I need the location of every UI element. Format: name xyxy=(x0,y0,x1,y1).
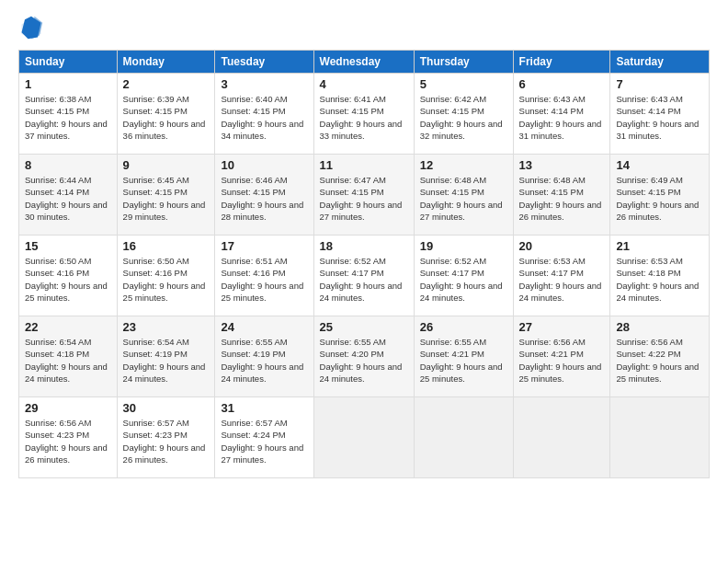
calendar-day-cell xyxy=(513,397,610,478)
calendar-day-cell: 17 Sunrise: 6:51 AMSunset: 4:16 PMDaylig… xyxy=(215,236,313,316)
day-detail: Sunrise: 6:41 AMSunset: 4:15 PMDaylight:… xyxy=(320,94,403,141)
day-detail: Sunrise: 6:39 AMSunset: 4:15 PMDaylight:… xyxy=(123,94,206,141)
calendar-header-friday: Friday xyxy=(513,51,610,74)
calendar-header-thursday: Thursday xyxy=(414,51,513,74)
day-number: 3 xyxy=(221,77,307,91)
calendar-day-cell: 26 Sunrise: 6:55 AMSunset: 4:21 PMDaylig… xyxy=(414,316,513,397)
calendar-week-row: 15 Sunrise: 6:50 AMSunset: 4:16 PMDaylig… xyxy=(19,236,710,316)
calendar-day-cell: 2 Sunrise: 6:39 AMSunset: 4:15 PMDayligh… xyxy=(117,74,215,155)
day-detail: Sunrise: 6:38 AMSunset: 4:15 PMDaylight:… xyxy=(25,94,108,141)
calendar-header-monday: Monday xyxy=(117,51,215,74)
day-number: 11 xyxy=(320,158,408,172)
day-detail: Sunrise: 6:53 AMSunset: 4:18 PMDaylight:… xyxy=(616,256,699,303)
day-number: 21 xyxy=(616,239,703,253)
day-detail: Sunrise: 6:56 AMSunset: 4:22 PMDaylight:… xyxy=(616,337,699,384)
day-number: 18 xyxy=(320,239,408,253)
day-number: 22 xyxy=(25,320,111,334)
logo-icon xyxy=(18,15,44,40)
calendar-day-cell: 12 Sunrise: 6:48 AMSunset: 4:15 PMDaylig… xyxy=(414,155,513,236)
day-number: 15 xyxy=(25,239,111,253)
day-number: 4 xyxy=(320,77,408,91)
calendar-day-cell: 16 Sunrise: 6:50 AMSunset: 4:16 PMDaylig… xyxy=(117,236,215,316)
day-detail: Sunrise: 6:40 AMSunset: 4:15 PMDaylight:… xyxy=(221,94,303,141)
calendar-day-cell: 6 Sunrise: 6:43 AMSunset: 4:14 PMDayligh… xyxy=(513,74,610,155)
day-detail: Sunrise: 6:57 AMSunset: 4:24 PMDaylight:… xyxy=(221,418,303,465)
calendar-day-cell: 7 Sunrise: 6:43 AMSunset: 4:14 PMDayligh… xyxy=(610,74,710,155)
day-number: 24 xyxy=(221,320,307,334)
day-detail: Sunrise: 6:48 AMSunset: 4:15 PMDaylight:… xyxy=(519,175,602,222)
calendar-week-row: 8 Sunrise: 6:44 AMSunset: 4:14 PMDayligh… xyxy=(19,155,710,236)
calendar-day-cell: 30 Sunrise: 6:57 AMSunset: 4:23 PMDaylig… xyxy=(117,397,215,478)
calendar-week-row: 1 Sunrise: 6:38 AMSunset: 4:15 PMDayligh… xyxy=(19,74,710,155)
day-detail: Sunrise: 6:43 AMSunset: 4:14 PMDaylight:… xyxy=(616,94,699,141)
day-detail: Sunrise: 6:46 AMSunset: 4:15 PMDaylight:… xyxy=(221,175,303,222)
calendar-day-cell: 8 Sunrise: 6:44 AMSunset: 4:14 PMDayligh… xyxy=(19,155,118,236)
calendar-week-row: 29 Sunrise: 6:56 AMSunset: 4:23 PMDaylig… xyxy=(19,397,710,478)
calendar-day-cell: 21 Sunrise: 6:53 AMSunset: 4:18 PMDaylig… xyxy=(610,236,710,316)
day-detail: Sunrise: 6:48 AMSunset: 4:15 PMDaylight:… xyxy=(420,175,503,222)
day-number: 27 xyxy=(519,320,605,334)
day-detail: Sunrise: 6:44 AMSunset: 4:14 PMDaylight:… xyxy=(25,175,108,222)
day-number: 30 xyxy=(123,401,210,415)
calendar-day-cell: 15 Sunrise: 6:50 AMSunset: 4:16 PMDaylig… xyxy=(19,236,118,316)
calendar-day-cell: 27 Sunrise: 6:56 AMSunset: 4:21 PMDaylig… xyxy=(513,316,610,397)
day-detail: Sunrise: 6:56 AMSunset: 4:23 PMDaylight:… xyxy=(25,418,108,465)
calendar-day-cell: 20 Sunrise: 6:53 AMSunset: 4:17 PMDaylig… xyxy=(513,236,610,316)
calendar-day-cell xyxy=(313,397,414,478)
day-number: 16 xyxy=(123,239,210,253)
calendar-day-cell: 3 Sunrise: 6:40 AMSunset: 4:15 PMDayligh… xyxy=(215,74,313,155)
day-detail: Sunrise: 6:56 AMSunset: 4:21 PMDaylight:… xyxy=(519,337,602,384)
calendar-day-cell xyxy=(414,397,513,478)
day-detail: Sunrise: 6:50 AMSunset: 4:16 PMDaylight:… xyxy=(25,256,108,303)
day-number: 8 xyxy=(25,158,111,172)
day-detail: Sunrise: 6:55 AMSunset: 4:20 PMDaylight:… xyxy=(320,337,403,384)
main-container: SundayMondayTuesdayWednesdayThursdayFrid… xyxy=(0,0,728,563)
day-detail: Sunrise: 6:43 AMSunset: 4:14 PMDaylight:… xyxy=(519,94,602,141)
day-number: 29 xyxy=(25,401,111,415)
day-number: 2 xyxy=(123,77,210,91)
day-detail: Sunrise: 6:45 AMSunset: 4:15 PMDaylight:… xyxy=(123,175,206,222)
day-number: 23 xyxy=(123,320,210,334)
day-detail: Sunrise: 6:53 AMSunset: 4:17 PMDaylight:… xyxy=(519,256,602,303)
day-detail: Sunrise: 6:42 AMSunset: 4:15 PMDaylight:… xyxy=(420,94,503,141)
day-number: 26 xyxy=(420,320,507,334)
calendar-day-cell: 4 Sunrise: 6:41 AMSunset: 4:15 PMDayligh… xyxy=(313,74,414,155)
day-number: 13 xyxy=(519,158,605,172)
day-number: 6 xyxy=(519,77,605,91)
calendar-table: SundayMondayTuesdayWednesdayThursdayFrid… xyxy=(18,50,710,478)
calendar-header-row: SundayMondayTuesdayWednesdayThursdayFrid… xyxy=(19,51,710,74)
calendar-day-cell: 13 Sunrise: 6:48 AMSunset: 4:15 PMDaylig… xyxy=(513,155,610,236)
calendar-day-cell: 18 Sunrise: 6:52 AMSunset: 4:17 PMDaylig… xyxy=(313,236,414,316)
day-detail: Sunrise: 6:54 AMSunset: 4:19 PMDaylight:… xyxy=(123,337,206,384)
day-number: 31 xyxy=(221,401,307,415)
calendar-day-cell: 29 Sunrise: 6:56 AMSunset: 4:23 PMDaylig… xyxy=(19,397,118,478)
day-number: 1 xyxy=(25,77,111,91)
day-number: 14 xyxy=(616,158,703,172)
day-detail: Sunrise: 6:52 AMSunset: 4:17 PMDaylight:… xyxy=(420,256,503,303)
calendar-day-cell: 1 Sunrise: 6:38 AMSunset: 4:15 PMDayligh… xyxy=(19,74,118,155)
day-number: 10 xyxy=(221,158,307,172)
day-number: 25 xyxy=(320,320,408,334)
calendar-header-saturday: Saturday xyxy=(610,51,710,74)
day-number: 19 xyxy=(420,239,507,253)
day-number: 7 xyxy=(616,77,703,91)
calendar-day-cell: 25 Sunrise: 6:55 AMSunset: 4:20 PMDaylig… xyxy=(313,316,414,397)
day-detail: Sunrise: 6:52 AMSunset: 4:17 PMDaylight:… xyxy=(320,256,403,303)
day-detail: Sunrise: 6:55 AMSunset: 4:21 PMDaylight:… xyxy=(420,337,503,384)
day-number: 12 xyxy=(420,158,507,172)
calendar-day-cell: 9 Sunrise: 6:45 AMSunset: 4:15 PMDayligh… xyxy=(117,155,215,236)
day-number: 17 xyxy=(221,239,307,253)
day-detail: Sunrise: 6:55 AMSunset: 4:19 PMDaylight:… xyxy=(221,337,303,384)
header xyxy=(18,15,710,40)
day-detail: Sunrise: 6:57 AMSunset: 4:23 PMDaylight:… xyxy=(123,418,206,465)
day-detail: Sunrise: 6:51 AMSunset: 4:16 PMDaylight:… xyxy=(221,256,303,303)
logo xyxy=(18,15,48,40)
day-number: 9 xyxy=(123,158,210,172)
day-detail: Sunrise: 6:50 AMSunset: 4:16 PMDaylight:… xyxy=(123,256,206,303)
calendar-day-cell: 14 Sunrise: 6:49 AMSunset: 4:15 PMDaylig… xyxy=(610,155,710,236)
calendar-day-cell: 23 Sunrise: 6:54 AMSunset: 4:19 PMDaylig… xyxy=(117,316,215,397)
calendar-header-tuesday: Tuesday xyxy=(215,51,313,74)
calendar-header-wednesday: Wednesday xyxy=(313,51,414,74)
day-number: 28 xyxy=(616,320,703,334)
day-number: 5 xyxy=(420,77,507,91)
